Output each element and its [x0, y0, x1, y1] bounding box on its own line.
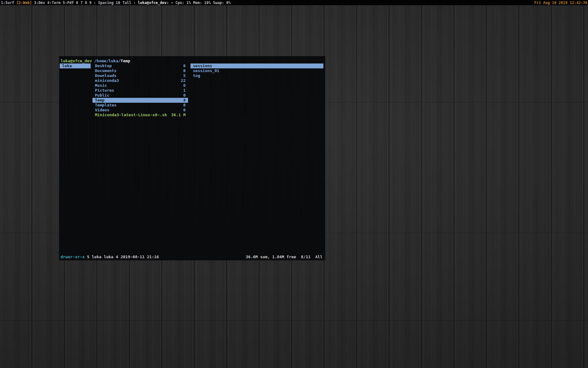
file-row[interactable]: luka	[60, 63, 91, 68]
file-name: Miniconda3-latest-Linux-x8~.sh	[95, 113, 167, 117]
path-bar: luka@xfce_dev/home/luka/Temp	[59, 59, 325, 63]
wm-bar-right: Fri Aug 16 2019 12:42:36	[534, 1, 587, 5]
file-count-or-size: 0	[181, 93, 186, 98]
hostname: luka@xfce_dev	[61, 59, 92, 63]
workspace-tag-1[interactable]: 1:Surf	[1, 1, 14, 5]
focused-window-title: luka@xfce_dev: ~	[138, 1, 173, 5]
workspace-tags[interactable]: 3:Dev 4:Term 5:Pdf 6 7 8 9	[34, 1, 92, 5]
file-row[interactable]: miniconda322	[92, 78, 188, 83]
file-name: sessions_01	[193, 68, 219, 73]
file-row[interactable]: Videos0	[92, 108, 188, 113]
file-name: Templates	[95, 103, 116, 108]
current-directory-pane: Desktop0Documents0Downloads5miniconda322…	[92, 63, 188, 117]
file-name: miniconda3	[95, 78, 119, 83]
file-row[interactable]: Temp4	[92, 98, 188, 103]
file-manager-status-bar: drwxr-xr-x 5 luka luka 4 2019-08-11 21:1…	[59, 255, 325, 259]
file-name: Videos	[95, 108, 109, 113]
file-name: Desktop	[95, 63, 112, 68]
file-row[interactable]: Pictures1	[92, 88, 188, 93]
file-details: drwxr-xr-x 5 luka luka 4 2019-08-11 21:1…	[61, 255, 159, 259]
file-name: sessions	[193, 63, 212, 68]
file-permissions: drwxr-xr-x	[61, 255, 85, 259]
file-count-or-size: 0	[181, 83, 186, 88]
file-row[interactable]: tog	[190, 73, 323, 78]
file-count-or-size: 5	[181, 73, 186, 78]
system-stats: Cpu: 1% Mem: 10% Swap: 0%	[175, 1, 231, 5]
workspace-tag-selected[interactable]: [2:Web]	[16, 1, 32, 5]
file-name: Documents	[95, 68, 116, 73]
wm-bar-left: 1:Surf [2:Web] 3:Dev 4:Term 5:Pdf 6 7 8 …	[1, 1, 231, 5]
file-count-or-size: 4	[181, 98, 186, 103]
file-count-or-size: 0	[181, 63, 186, 68]
file-row[interactable]: Public0	[92, 93, 188, 98]
disk-usage-position: 36.6M sum, 1.84M free 8/11 All	[246, 255, 322, 259]
current-directory-name: Temp	[121, 59, 130, 63]
layout-indicator[interactable]: : Spacing 10 Tall :	[94, 1, 136, 5]
file-row[interactable]: Templates0	[92, 103, 188, 108]
clock: Fri Aug 16 2019 12:42:36	[534, 1, 587, 5]
file-count-or-size: 36.1 M	[169, 113, 186, 117]
file-row[interactable]: Documents0	[92, 68, 188, 73]
file-name: tog	[193, 73, 200, 78]
file-count-or-size: 0	[181, 103, 186, 108]
file-row[interactable]: Desktop0	[92, 63, 188, 68]
terminal-window-lf-file-manager[interactable]: luka@xfce_dev/home/luka/Temp luka Deskto…	[59, 56, 325, 260]
file-name: Downloads	[95, 73, 116, 78]
file-count-or-size: 22	[178, 78, 186, 83]
file-row[interactable]: Downloads5	[92, 73, 188, 78]
file-owner-date: 5 luka luka 4 2019-08-11 21:16	[85, 255, 159, 259]
parent-directory-pane: luka	[60, 63, 91, 68]
file-name: Public	[95, 93, 109, 98]
file-row[interactable]: sessions_01	[190, 68, 323, 73]
file-count-or-size: 0	[181, 68, 186, 73]
file-row[interactable]: sessions	[190, 63, 323, 68]
file-name: Pictures	[95, 88, 114, 93]
file-row[interactable]: Miniconda3-latest-Linux-x8~.sh36.1 M	[92, 113, 188, 117]
file-count-or-size: 0	[181, 108, 186, 113]
file-name: Music	[95, 83, 107, 88]
file-name: luka	[62, 63, 72, 68]
file-count-or-size: 1	[181, 88, 186, 93]
current-path: /home/luka/	[94, 59, 121, 63]
preview-pane: sessionssessions_01tog	[190, 63, 323, 78]
wm-status-bar: 1:Surf [2:Web] 3:Dev 4:Term 5:Pdf 6 7 8 …	[0, 0, 588, 5]
file-name: Temp	[95, 98, 104, 103]
file-row[interactable]: Music0	[92, 83, 188, 88]
